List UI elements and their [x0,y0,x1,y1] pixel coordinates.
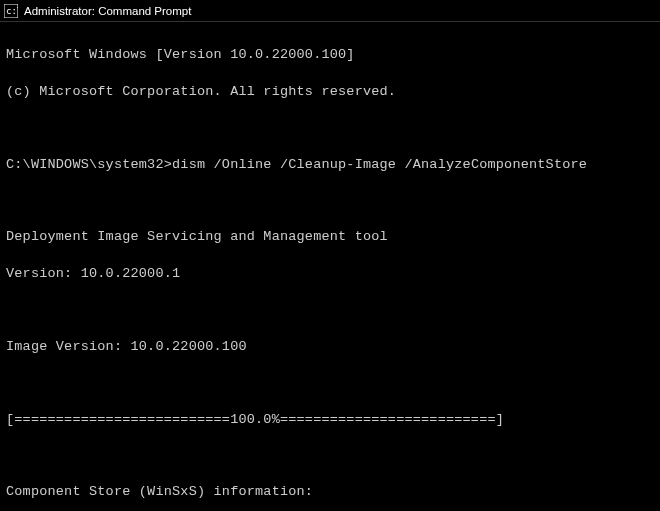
cmd-icon: c:\ [4,4,18,18]
progress-bar: [==========================100.0%=======… [6,411,654,429]
tool-name: Deployment Image Servicing and Managemen… [6,228,654,246]
prompt-text: C:\WINDOWS\system32> [6,157,172,172]
blank-line [6,447,654,465]
prompt-line: C:\WINDOWS\system32>dism /Online /Cleanu… [6,156,654,174]
banner-line: Microsoft Windows [Version 10.0.22000.10… [6,46,654,64]
blank-line [6,374,654,392]
banner-line: (c) Microsoft Corporation. All rights re… [6,83,654,101]
image-version: Image Version: 10.0.22000.100 [6,338,654,356]
window-title: Administrator: Command Prompt [24,5,191,17]
command-text: dism /Online /Cleanup-Image /AnalyzeComp… [172,157,587,172]
terminal-output[interactable]: Microsoft Windows [Version 10.0.22000.10… [0,22,660,511]
window-titlebar[interactable]: c:\ Administrator: Command Prompt [0,0,660,22]
blank-line [6,301,654,319]
tool-version: Version: 10.0.22000.1 [6,265,654,283]
blank-line [6,119,654,137]
info-header: Component Store (WinSxS) information: [6,483,654,501]
blank-line [6,192,654,210]
svg-text:c:\: c:\ [6,6,18,16]
